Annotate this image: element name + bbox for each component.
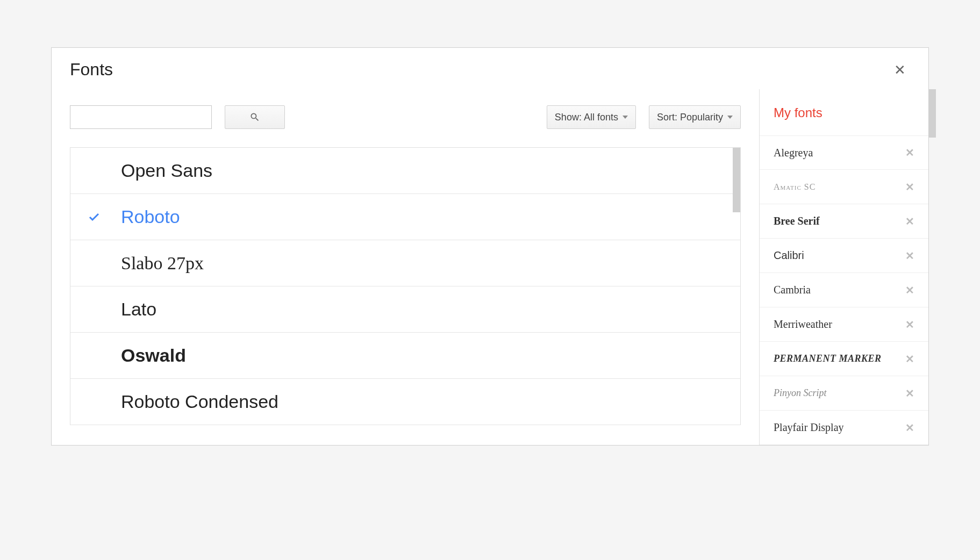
check-column — [88, 211, 121, 224]
my-fonts-panel: My fonts Alegreya✕Amatic SC✕Bree Serif✕C… — [760, 89, 928, 445]
show-filter-button[interactable]: Show: All fonts — [547, 105, 636, 129]
font-list-item[interactable]: Lato — [70, 286, 740, 333]
remove-font-button[interactable]: ✕ — [905, 388, 914, 399]
close-icon: ✕ — [905, 181, 914, 193]
my-font-name-label: Merriweather — [774, 318, 832, 331]
dialog-body: Show: All fonts Sort: Popularity Open Sa… — [52, 89, 928, 445]
font-list-item[interactable]: Oswald — [70, 333, 740, 379]
my-font-name-label: Playfair Display — [774, 421, 844, 434]
font-name-label: Slabo 27px — [121, 253, 204, 274]
my-font-item: Permanent Marker✕ — [760, 342, 928, 376]
search-icon — [249, 112, 260, 123]
my-font-item: Amatic SC✕ — [760, 170, 928, 204]
main-panel: Show: All fonts Sort: Popularity Open Sa… — [52, 89, 760, 445]
show-filter-label: Show: All fonts — [555, 112, 618, 123]
close-icon: ✕ — [905, 319, 914, 331]
font-list-container: Open SansRobotoSlabo 27pxLatoOswaldRobot… — [70, 147, 741, 425]
my-font-name-label: Amatic SC — [774, 182, 816, 192]
remove-font-button[interactable]: ✕ — [905, 285, 914, 296]
my-font-item: Pinyon Script✕ — [760, 376, 928, 411]
my-font-item: Playfair Display✕ — [760, 411, 928, 445]
font-list-item[interactable]: Slabo 27px — [70, 240, 740, 286]
font-name-label: Roboto Condensed — [121, 391, 278, 412]
remove-font-button[interactable]: ✕ — [905, 147, 914, 158]
font-list-item[interactable]: Roboto — [70, 194, 740, 240]
dialog-title: Fonts — [70, 60, 113, 80]
my-fonts-list: Alegreya✕Amatic SC✕Bree Serif✕Calibri✕Ca… — [760, 135, 928, 445]
remove-font-button[interactable]: ✕ — [905, 216, 914, 227]
dialog-header: Fonts ✕ — [52, 48, 928, 89]
chevron-down-icon — [623, 116, 628, 119]
controls-row: Show: All fonts Sort: Popularity — [70, 105, 741, 129]
my-font-name-label: Bree Serif — [774, 215, 820, 227]
close-icon: ✕ — [905, 216, 914, 227]
remove-font-button[interactable]: ✕ — [905, 319, 914, 330]
my-font-item: Merriweather✕ — [760, 307, 928, 342]
font-list-item[interactable]: Roboto Condensed — [70, 379, 740, 425]
my-font-name-label: Calibri — [774, 249, 804, 262]
font-name-label: Lato — [121, 299, 156, 320]
close-icon: ✕ — [905, 353, 914, 365]
font-name-label: Oswald — [121, 345, 186, 366]
font-list: Open SansRobotoSlabo 27pxLatoOswaldRobot… — [70, 148, 740, 425]
fonts-dialog: Fonts ✕ Show: All fonts Sort: Popularity — [51, 47, 929, 446]
my-font-name-label: Pinyon Script — [774, 387, 826, 399]
remove-font-button[interactable]: ✕ — [905, 250, 914, 261]
close-icon: ✕ — [905, 284, 914, 296]
font-list-item[interactable]: Open Sans — [70, 148, 740, 194]
sort-filter-label: Sort: Popularity — [657, 112, 723, 123]
my-font-item: Bree Serif✕ — [760, 204, 928, 239]
close-icon: ✕ — [905, 250, 914, 262]
font-name-label: Open Sans — [121, 160, 212, 181]
remove-font-button[interactable]: ✕ — [905, 354, 914, 364]
side-scrollbar-thumb[interactable] — [928, 89, 936, 138]
close-icon: ✕ — [905, 147, 914, 159]
side-scrollbar-track — [928, 86, 936, 442]
search-button[interactable] — [225, 105, 285, 129]
close-icon: ✕ — [905, 387, 914, 399]
close-icon: ✕ — [894, 62, 906, 78]
search-input[interactable] — [70, 105, 212, 129]
my-font-name-label: Cambria — [774, 284, 811, 296]
sort-filter-button[interactable]: Sort: Popularity — [649, 105, 741, 129]
my-font-item: Cambria✕ — [760, 273, 928, 307]
font-name-label: Roboto — [121, 206, 180, 227]
my-font-item: Calibri✕ — [760, 239, 928, 273]
remove-font-button[interactable]: ✕ — [905, 422, 914, 433]
remove-font-button[interactable]: ✕ — [905, 182, 914, 192]
my-font-item: Alegreya✕ — [760, 135, 928, 170]
close-button[interactable]: ✕ — [890, 61, 910, 79]
chevron-down-icon — [727, 116, 733, 119]
check-icon — [88, 211, 101, 224]
my-fonts-title: My fonts — [760, 105, 928, 135]
close-icon: ✕ — [905, 422, 914, 434]
my-font-name-label: Permanent Marker — [774, 353, 882, 364]
my-font-name-label: Alegreya — [774, 147, 813, 159]
font-list-scrollbar[interactable] — [733, 148, 740, 212]
